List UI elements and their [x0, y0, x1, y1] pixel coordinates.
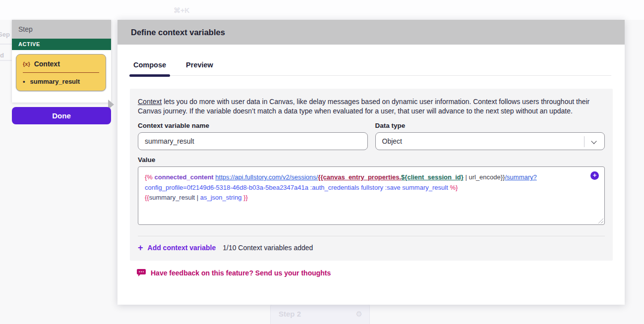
- context-variable-name: summary_result: [30, 78, 80, 85]
- modal-title: Define context variables: [117, 20, 625, 45]
- type-field-group: Data type Object: [375, 122, 605, 150]
- context-card-header: {x} Context: [16, 54, 106, 71]
- step-popover: Step ACTIVE {x} Context • summary_result: [12, 20, 111, 103]
- variable-count-text: 1/10 Context variables added: [223, 244, 313, 252]
- resize-handle[interactable]: [598, 218, 603, 223]
- context-description-text: lets you do more with user data in Canva…: [138, 98, 589, 115]
- add-context-variable-button[interactable]: + Add context variable: [138, 244, 216, 252]
- gear-icon: ⚙: [356, 310, 362, 319]
- name-field-label: Context variable name: [138, 122, 368, 129]
- backdrop-top-strip: [0, 0, 644, 20]
- modal-header: Define context variables: [117, 20, 625, 45]
- type-field-label: Data type: [375, 122, 605, 129]
- chevron-down-icon: [591, 138, 596, 144]
- context-description: Context lets you do more with user data …: [138, 97, 605, 116]
- section-divider: [138, 236, 605, 236]
- data-type-selected-value: Object: [382, 137, 402, 145]
- plus-icon: +: [138, 244, 143, 251]
- step-popover-title: Step: [12, 20, 111, 39]
- select-divider: [584, 136, 585, 147]
- context-card-title: Context: [34, 60, 60, 68]
- context-variable-form: Context lets you do more with user data …: [130, 89, 613, 261]
- clipped-background-text: Sep: [0, 31, 10, 38]
- context-variable-list-item: • summary_result: [16, 73, 106, 91]
- context-doc-link[interactable]: Context: [138, 98, 162, 106]
- context-variables-icon: {x}: [23, 61, 30, 67]
- context-step-card[interactable]: {x} Context • summary_result: [16, 54, 106, 91]
- background-divider: [0, 44, 12, 45]
- feedback-link[interactable]: Have feedback on this feature? Send us y…: [137, 269, 625, 277]
- liquid-code[interactable]: {% connected_content https://api.fullsto…: [145, 172, 585, 203]
- faded-step2-label: Step 2: [279, 310, 301, 318]
- done-button[interactable]: Done: [12, 107, 111, 124]
- context-variable-name-input[interactable]: [138, 132, 368, 150]
- tab-compose[interactable]: Compose: [129, 61, 170, 75]
- add-variable-row: + Add context variable 1/10 Context vari…: [138, 244, 605, 254]
- name-field-group: Context variable name: [138, 122, 368, 150]
- plus-circle-icon[interactable]: +: [590, 171, 599, 180]
- bullet-icon: •: [23, 78, 25, 85]
- step-popover-body: {x} Context • summary_result: [12, 50, 111, 103]
- tab-bar: Compose Preview: [129, 61, 611, 76]
- tab-preview[interactable]: Preview: [182, 61, 217, 75]
- background-divider: [0, 60, 12, 61]
- status-badge: ACTIVE: [12, 39, 111, 50]
- add-context-variable-label: Add context variable: [148, 244, 216, 252]
- feedback-link-label: Have feedback on this feature? Send us y…: [151, 269, 331, 277]
- value-editor[interactable]: {% connected_content https://api.fullsto…: [138, 166, 605, 225]
- define-context-variables-modal: Define context variables Compose Preview…: [117, 20, 625, 305]
- clipped-background-text: d: [0, 52, 4, 59]
- faded-step2-card: Step 2 ⚙: [270, 303, 370, 324]
- speech-bubble-icon: [137, 269, 146, 277]
- fields-row: Context variable name Data type Object: [138, 122, 605, 150]
- command-k-shortcut-hint: ⌘+K: [174, 6, 189, 14]
- value-field-label: Value: [138, 156, 605, 163]
- canvas-backdrop: ⌘+K Sep d Step 2 ⚙ Step ACTIVE {x} Conte…: [0, 0, 644, 324]
- data-type-select[interactable]: Object: [375, 132, 605, 150]
